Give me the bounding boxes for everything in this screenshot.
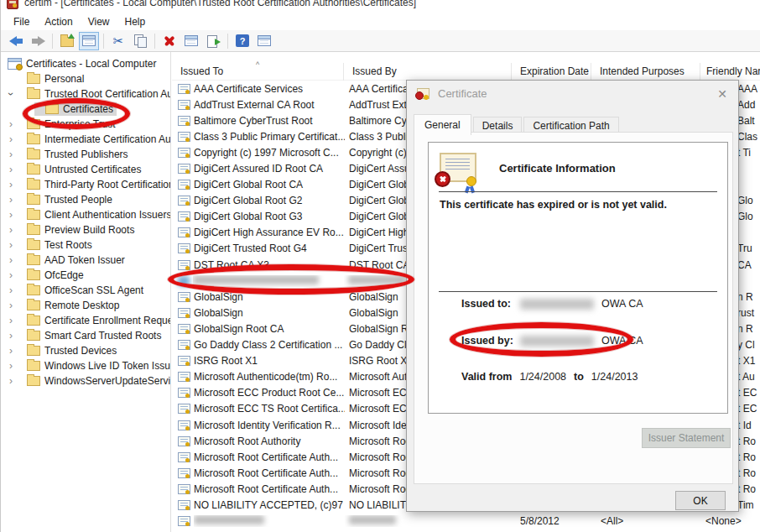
sidebar-item-trusted-people[interactable]: ›Trusted People — [1, 192, 170, 207]
forward-icon — [31, 36, 45, 46]
new-window-icon — [258, 35, 271, 46]
folder-icon — [27, 255, 40, 265]
chevron-right-icon[interactable]: › — [6, 255, 16, 265]
sidebar-item-label: Untrusted Certificates — [44, 164, 141, 175]
menu-help[interactable]: Help — [117, 14, 154, 29]
sidebar-item-preview-build-roots[interactable]: ›Preview Build Roots — [1, 222, 170, 237]
sidebar-item-intermediate-certification-au[interactable]: ›Intermediate Certification Au — [1, 132, 170, 147]
tab-general[interactable]: General — [414, 114, 471, 135]
redacted-subject-name — [520, 299, 594, 310]
issuer-statement-button: Issuer Statement — [642, 428, 731, 448]
sidebar-item-untrusted-certificates[interactable]: ›Untrusted Certificates — [1, 162, 170, 177]
sidebar-item-aad-token-issuer[interactable]: ›AAD Token Issuer — [1, 253, 170, 268]
column-header-issued-by[interactable]: Issued By — [344, 63, 512, 81]
column-header-intended-purposes[interactable]: Intended Purposes — [591, 63, 700, 81]
sidebar-item-remote-desktop[interactable]: ›Remote Desktop — [1, 298, 170, 313]
certificate-information-heading: Certificate Information — [499, 162, 616, 175]
cut-button[interactable]: ✂ — [108, 32, 128, 50]
valid-from-label: Valid from — [461, 371, 512, 383]
chevron-right-icon[interactable]: › — [6, 180, 16, 190]
up-one-level-folder-button[interactable] — [57, 32, 77, 50]
ok-button[interactable]: OK — [675, 491, 726, 510]
validity-row: Valid from 1/24/2008 to 1/24/2013 — [461, 371, 638, 383]
chevron-right-icon[interactable]: › — [6, 361, 16, 371]
sidebar-item-test-roots[interactable]: ›Test Roots — [1, 237, 170, 253]
chevron-right-icon[interactable]: › — [6, 346, 16, 356]
table-row[interactable] — [172, 529, 760, 532]
toolbar-separator — [154, 34, 155, 49]
toolbar: ✂? — [1, 30, 760, 52]
copy-button[interactable] — [130, 32, 150, 50]
sidebar-item-ofcedge[interactable]: ›OfcEdge — [1, 268, 170, 283]
chevron-right-icon[interactable]: › — [6, 195, 16, 205]
chevron-right-icon[interactable]: › — [6, 300, 16, 310]
certificate-error-icon — [417, 88, 429, 99]
certificate-icon — [178, 180, 190, 190]
toolbar-separator — [103, 34, 104, 49]
chevron-right-icon[interactable]: › — [6, 119, 16, 129]
chevron-right-icon[interactable]: › — [6, 316, 16, 326]
export-list-icon — [207, 35, 220, 47]
chevron-right-icon[interactable]: › — [6, 376, 16, 386]
sidebar-item-windowsserverupdateservice[interactable]: ›WindowsServerUpdateService — [1, 373, 170, 389]
properties-button[interactable] — [181, 32, 201, 50]
sidebar-item-label: Intermediate Certification Au — [44, 133, 171, 145]
certificate-icon — [178, 468, 190, 478]
export-list-button[interactable] — [203, 32, 223, 50]
forward-button[interactable] — [28, 32, 48, 50]
close-icon[interactable]: ✕ — [715, 86, 730, 102]
menu-view[interactable]: View — [81, 14, 117, 29]
annotation-ellipse-issued-by — [450, 322, 633, 357]
back-button[interactable] — [6, 32, 26, 50]
folder-icon — [27, 285, 40, 295]
issued-to-cell: Microsoft ECC TS Root Certifica... — [194, 403, 345, 415]
issued-to-cell: Microsoft ECC Product Root Ce... — [194, 387, 345, 399]
help-button[interactable]: ? — [232, 32, 252, 50]
sidebar-item-certificate-enrollment-reque[interactable]: ›Certificate Enrollment Reque: — [1, 313, 170, 328]
sidebar-item-smart-card-trusted-roots[interactable]: ›Smart Card Trusted Roots — [1, 328, 170, 343]
sidebar-item-label: OfficeScan SSL Agent — [44, 284, 143, 296]
sidebar-item-windows-live-id-token-issuer[interactable]: ›Windows Live ID Token Issuer — [1, 358, 170, 373]
issued-to-cell: DigiCert Trusted Root G4 — [194, 243, 345, 254]
certificate-info-box: Certificate Information This certificate… — [428, 142, 728, 414]
menu-action[interactable]: Action — [37, 14, 80, 29]
chevron-right-icon[interactable]: › — [6, 164, 16, 175]
column-header-expiration-date[interactable]: Expiration Date — [512, 63, 591, 81]
delete-button[interactable] — [159, 32, 180, 50]
menu-file[interactable]: File — [6, 14, 37, 29]
sidebar-item-certificates-local-computer[interactable]: Certificates - Local Computer — [1, 56, 170, 71]
issued-to-cell: Go Daddy Class 2 Certification ... — [194, 339, 345, 351]
folder-icon — [27, 210, 40, 220]
certificate-icon — [178, 164, 190, 174]
chevron-right-icon[interactable]: › — [6, 331, 16, 341]
sidebar-item-trusted-publishers[interactable]: ›Trusted Publishers — [1, 147, 170, 162]
new-window-button[interactable] — [254, 32, 274, 50]
up-one-level-folder-icon — [60, 37, 74, 47]
sidebar-item-officescan-ssl-agent[interactable]: ›OfficeScan SSL Agent — [1, 283, 170, 298]
chevron-right-icon[interactable]: › — [6, 270, 16, 280]
certificate-icon — [178, 116, 190, 126]
chevron-right-icon[interactable]: › — [6, 210, 16, 220]
certificate-icon — [178, 148, 190, 158]
chevron-down-icon[interactable]: › — [6, 89, 16, 99]
chevron-right-icon[interactable]: › — [6, 134, 16, 144]
certificate-icon — [178, 292, 190, 302]
issued-to-cell: Microsoft Root Certificate Auth... — [194, 467, 345, 479]
sidebar-item-personal[interactable]: ›Personal — [1, 71, 170, 86]
chevron-right-icon[interactable]: › — [6, 225, 16, 235]
certificate-icon — [178, 84, 190, 94]
expiration-date-cell: 5/8/2012 — [513, 515, 592, 527]
sidebar-item-client-authentication-issuers[interactable]: ›Client Authentication Issuers — [1, 207, 170, 222]
chevron-right-icon[interactable]: › — [6, 285, 16, 295]
sidebar-item-label: Trusted Devices — [44, 345, 117, 357]
chevron-right-icon[interactable]: › — [6, 240, 16, 250]
table-row[interactable]: 5/8/2012<All><None> — [172, 514, 760, 529]
sidebar-item-third-party-root-certification[interactable]: ›Third-Party Root Certification — [1, 177, 170, 192]
certificate-dialog: Certificate ✕ General Details Certificat… — [406, 80, 739, 512]
column-header-friendly-name[interactable]: Friendly Nar — [700, 63, 760, 81]
show-hide-console-tree-button[interactable] — [79, 32, 99, 50]
folder-icon — [27, 134, 40, 144]
help-icon: ? — [236, 34, 249, 47]
chevron-right-icon[interactable]: › — [6, 149, 16, 159]
sidebar-item-trusted-devices[interactable]: ›Trusted Devices — [1, 343, 170, 358]
